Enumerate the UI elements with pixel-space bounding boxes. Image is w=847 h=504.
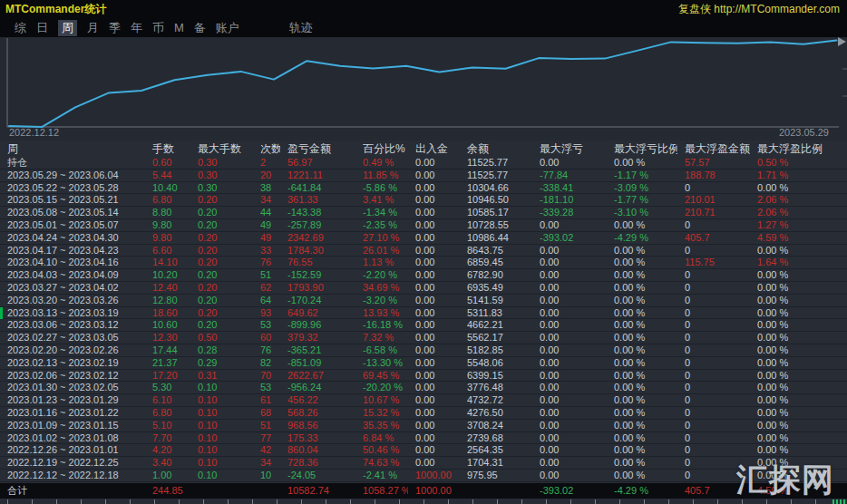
cell-pnl-pct: 35.35 %: [355, 420, 408, 431]
table-row[interactable]: 2023.05.01 ~ 2023.05.079.800.2049-257.89…: [0, 219, 847, 232]
cell-deposit-withdraw: 0.00: [408, 307, 460, 319]
table-row[interactable]: 2023.05.22 ~ 2023.05.2810.400.3038-641.8…: [0, 182, 847, 195]
cell-pnl-pct: 3.41 %: [355, 194, 408, 206]
menu-item-account[interactable]: 账户: [216, 20, 239, 36]
table-row[interactable]: 2023.05.08 ~ 2023.05.148.800.2044-143.38…: [0, 207, 847, 219]
cell-max-float-profit: 0: [677, 432, 750, 444]
menu-item-month[interactable]: 月: [87, 20, 99, 36]
menu-item-week[interactable]: 周: [58, 20, 77, 36]
cell-balance: 975.95: [460, 470, 532, 481]
cell-balance: 6782.90: [460, 269, 532, 281]
cell-pnl: -956.24: [280, 382, 355, 393]
cell-period: 2023.01.30 ~ 2023.02.05: [0, 382, 145, 393]
menu-item-m[interactable]: M: [174, 21, 184, 34]
cell-lots: 6.10: [145, 394, 190, 406]
table-row[interactable]: 2023.03.06 ~ 2023.03.1210.600.2053-899.9…: [0, 319, 847, 332]
table-row[interactable]: 2022.12.19 ~ 2022.12.253.400.1034728.367…: [0, 457, 847, 470]
table-body: 持仓0.600.30256.970.49 %0.0011525.770.000.…: [0, 157, 847, 482]
col-header-deposit-withdraw[interactable]: 出入金: [408, 141, 460, 157]
table-row[interactable]: 2022.12.12 ~ 2022.12.181.000.1010-24.05-…: [0, 470, 847, 482]
cell-trades: 60: [253, 332, 280, 344]
col-header-max-float-loss-pct[interactable]: 最大浮亏比例: [607, 141, 677, 157]
table-row[interactable]: 2023.01.02 ~ 2023.01.087.700.1077175.336…: [0, 432, 847, 445]
table-row[interactable]: 2023.03.13 ~ 2023.03.1918.600.2093649.62…: [0, 307, 847, 320]
table-row[interactable]: 2023.04.17 ~ 2023.04.236.600.20331784.30…: [0, 245, 847, 257]
menu-item-backup[interactable]: 备: [194, 20, 206, 36]
cell-pnl: 568.26: [280, 407, 355, 419]
cell-max-lots: 0.10: [190, 444, 253, 456]
table-row[interactable]: 持仓0.600.30256.970.49 %0.0011525.770.000.…: [0, 157, 847, 170]
cell-max-float-profit: 0: [677, 394, 750, 406]
cell-deposit-withdraw: 0.00: [408, 245, 460, 257]
cell-balance: 6859.45: [460, 257, 532, 268]
cell-trades: 62: [253, 282, 280, 294]
table-row[interactable]: 2023.02.13 ~ 2023.02.1921.370.2982-851.0…: [0, 357, 847, 370]
cell-lots: 1.00: [145, 470, 190, 481]
col-header-pnl[interactable]: 盈亏金额: [280, 141, 355, 157]
col-header-max-lots[interactable]: 最大手数: [190, 141, 253, 157]
table-row[interactable]: 2023.01.30 ~ 2023.02.055.300.1053-956.24…: [0, 382, 847, 394]
cell-max-float-loss: -77.84: [532, 170, 607, 181]
table-row[interactable]: 2023.03.20 ~ 2023.03.2612.800.2064-170.2…: [0, 295, 847, 307]
cell-balance: 10585.17: [460, 207, 532, 218]
cell-pnl: 379.32: [280, 332, 355, 344]
menu-item-day[interactable]: 日: [36, 20, 48, 36]
cell-lots: 12.80: [145, 295, 190, 306]
cell-trades: 70: [253, 370, 280, 382]
brand-link[interactable]: 复盘侠 http://MTCommander.com: [678, 2, 847, 17]
cell-balance: 3776.48: [460, 382, 532, 393]
table-row[interactable]: 2023.04.24 ~ 2023.04.309.800.20492342.69…: [0, 232, 847, 245]
cell-pnl: 76.55: [280, 257, 355, 268]
cell-pnl-pct: 10.67 %: [355, 394, 408, 406]
menu-item-trajectory[interactable]: 轨迹: [289, 20, 313, 36]
cell-balance: 1704.31: [460, 457, 532, 469]
table-row[interactable]: 2023.02.20 ~ 2023.02.2617.440.2876-365.2…: [0, 344, 847, 357]
cell-deposit-withdraw: 0.00: [408, 432, 460, 444]
table-row[interactable]: 2023.02.27 ~ 2023.03.0512.300.5060379.32…: [0, 332, 847, 344]
col-header-max-float-profit-pct[interactable]: 最大浮盈比例: [750, 141, 847, 157]
cell-max-float-profit-pct: 2.06 %: [750, 194, 847, 206]
menu-item-summary[interactable]: 综: [15, 20, 26, 36]
col-header-pnl-pct[interactable]: 百分比%: [355, 141, 408, 157]
menu-item-currency[interactable]: 币: [152, 20, 164, 36]
cell-period: 2023.01.16 ~ 2023.01.22: [0, 407, 145, 419]
table-row[interactable]: 2023.03.27 ~ 2023.04.0212.400.20621793.9…: [0, 282, 847, 295]
col-header-lots[interactable]: 手数: [145, 141, 190, 157]
cell-pnl: 728.36: [280, 457, 355, 469]
col-header-period[interactable]: 周: [0, 141, 145, 157]
cell-lots: 3.40: [145, 457, 190, 469]
cell-max-float-profit: 0: [677, 357, 750, 369]
cell-max-lots: 0.20: [190, 194, 253, 206]
cell-max-float-profit-pct: 0.00 %: [750, 432, 847, 444]
cell-pnl: -851.09: [280, 357, 355, 369]
cell-max-float-loss: 0.00: [532, 319, 607, 331]
table-row[interactable]: 2023.05.15 ~ 2023.05.216.800.2034361.333…: [0, 194, 847, 207]
cell-max-float-loss-pct: 0.00 %: [607, 219, 677, 231]
menu-item-year[interactable]: 年: [131, 20, 142, 36]
col-header-max-float-profit[interactable]: 最大浮盈金额: [677, 141, 750, 157]
cell-trades: [253, 483, 280, 499]
cell-max-float-profit-pct: 2.06 %: [750, 207, 847, 218]
cell-trades: 64: [253, 295, 280, 306]
table-row[interactable]: 2023.01.23 ~ 2023.01.296.100.1061456.221…: [0, 394, 847, 407]
table-row[interactable]: 2023.04.03 ~ 2023.04.0910.200.2051-152.5…: [0, 269, 847, 282]
cell-max-float-profit: 0: [677, 370, 750, 382]
table-row[interactable]: 2023.01.16 ~ 2023.01.226.800.1068568.261…: [0, 407, 847, 420]
cell-max-lots: 0.10: [190, 432, 253, 444]
table-row[interactable]: 2023.05.29 ~ 2023.06.045.440.30201221.11…: [0, 170, 847, 182]
col-header-trades[interactable]: 次数: [253, 141, 280, 157]
cell-max-float-loss-pct: 0.00 %: [607, 420, 677, 431]
cell-trades: 20: [253, 170, 280, 181]
col-header-max-float-loss[interactable]: 最大浮亏: [532, 141, 607, 157]
cell-max-float-loss-pct: 0.00 %: [607, 319, 677, 331]
cell-lots: 10.40: [145, 182, 190, 194]
menu-item-quarter[interactable]: 季: [109, 20, 121, 36]
cell-max-float-loss: 0.00: [532, 457, 607, 469]
table-row[interactable]: 2023.04.10 ~ 2023.04.1614.100.207676.551…: [0, 257, 847, 269]
cell-lots: 17.44: [145, 344, 190, 356]
table-row[interactable]: 2022.12.26 ~ 2023.01.014.200.1042860.045…: [0, 444, 847, 457]
table-row[interactable]: 2023.02.06 ~ 2023.02.1217.200.31702622.6…: [0, 370, 847, 383]
cell-deposit-withdraw: 1000.00: [408, 470, 460, 481]
table-row[interactable]: 2023.01.09 ~ 2023.01.155.100.1051968.563…: [0, 420, 847, 432]
col-header-balance[interactable]: 余额: [460, 141, 532, 157]
